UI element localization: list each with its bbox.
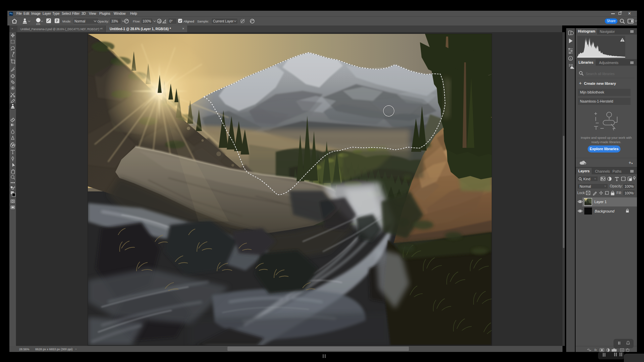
svg-text:33%: 33% (111, 19, 118, 23)
svg-text:100%: 100% (143, 19, 151, 23)
svg-text:221: 221 (36, 22, 41, 25)
svg-text:fx: fx (594, 348, 597, 352)
svg-text:Mode:: Mode: (62, 19, 71, 23)
svg-text:Flow:: Flow: (133, 19, 141, 23)
svg-text:Current Layer: Current Layer (213, 19, 234, 23)
svg-text:Aligned: Aligned (183, 19, 194, 23)
svg-text:0°: 0° (169, 19, 173, 23)
svg-text:Opacity:: Opacity: (97, 19, 109, 23)
svg-text:Sample:: Sample: (197, 19, 209, 23)
svg-text:Normal: Normal (74, 19, 85, 23)
